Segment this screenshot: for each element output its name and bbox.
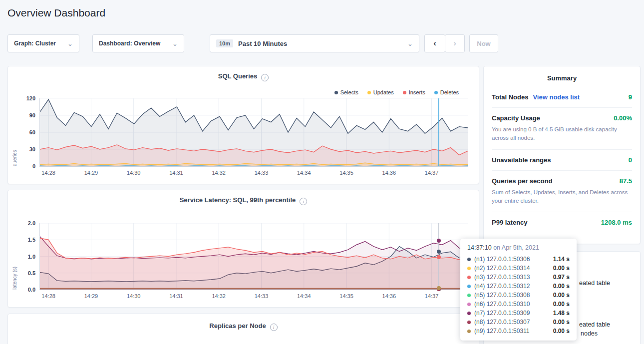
- x-axis-tick: 14:30: [127, 170, 141, 176]
- y-axis-tick: 1.0: [28, 254, 35, 260]
- x-axis-tick: 14:36: [382, 293, 396, 299]
- y-axis-tick: 0: [32, 163, 35, 169]
- summary-row-capacity: Capacity Usage 0.00% You are using 0 B o…: [492, 107, 632, 149]
- sql-queries-plot[interactable]: queries 030609012014:2814:2914:3014:3114…: [39, 98, 468, 167]
- legend-item-updates[interactable]: Updates: [367, 89, 394, 95]
- tooltip-row-label: (n2) 127.0.0.1:50314: [474, 265, 549, 272]
- tooltip-row-label: (n8) 127.0.0.1:50307: [474, 319, 549, 326]
- legend-item-selects[interactable]: Selects: [334, 89, 358, 95]
- dashboard-dropdown[interactable]: Dashboard: Overview ⌄: [92, 34, 184, 52]
- service-latency-chart-panel: Service Latency: SQL, 99th percentilei l…: [7, 190, 479, 308]
- page-title: Overview Dashboard: [7, 7, 105, 19]
- chevron-down-icon: ⌄: [62, 40, 73, 47]
- unavailable-ranges-label: Unavailable ranges: [492, 156, 551, 164]
- x-axis-tick: 14:33: [255, 293, 269, 299]
- view-nodes-list-link[interactable]: View nodes list: [533, 93, 580, 101]
- series-point-dot: [437, 255, 441, 259]
- legend-dot: [334, 91, 338, 94]
- x-axis-tick: 14:35: [339, 170, 353, 176]
- time-prev-button[interactable]: ‹: [424, 34, 445, 52]
- tooltip-row-dot: [467, 276, 471, 279]
- x-axis-tick: 14:29: [84, 293, 98, 299]
- y-axis-tick: 30: [29, 146, 35, 152]
- tooltip-timestamp: 14:37:10 on Apr 5th, 2021: [467, 244, 570, 251]
- tooltip-row: (n4) 127.0.0.1:503120.00 s: [467, 282, 570, 291]
- tooltip-row-dot: [467, 258, 471, 261]
- tooltip-row-value: 0.97 s: [553, 274, 570, 281]
- x-axis-tick: 14:29: [84, 170, 98, 176]
- x-axis-tick: 14:34: [297, 293, 311, 299]
- y-axis-tick: 2.0: [28, 220, 35, 226]
- tooltip-row-label: (n1) 127.0.0.1:50306: [474, 256, 549, 263]
- chart-tooltip: 14:37:10 on Apr 5th, 2021 (n1) 127.0.0.1…: [460, 239, 577, 341]
- y-axis-tick: 1.5: [28, 237, 35, 243]
- total-nodes-label: Total Nodes: [492, 93, 528, 101]
- tooltip-row-value: 1.14 s: [553, 256, 570, 263]
- time-range-label: Past 10 Minutes: [238, 40, 287, 47]
- legend-dot: [403, 91, 406, 94]
- graph-dropdown[interactable]: Graph: Cluster ⌄: [7, 34, 79, 52]
- tooltip-row: (n6) 127.0.0.1:503100.00 s: [467, 300, 570, 309]
- service-latency-plot[interactable]: latency (s) 0.00.51.01.52.014:2814:2914:…: [39, 223, 468, 290]
- tooltip-row-value: 0.00 s: [553, 319, 570, 326]
- dashboard-dropdown-label: Dashboard: Overview: [99, 40, 160, 47]
- time-range-dropdown[interactable]: 10m Past 10 Minutes ⌄: [210, 34, 419, 52]
- graph-dropdown-label: Graph: Cluster: [14, 40, 56, 47]
- info-icon[interactable]: i: [270, 324, 278, 331]
- qps-label: Queries per second: [492, 177, 552, 185]
- unavailable-ranges-value: 0: [629, 156, 632, 164]
- x-axis-tick: 14:37: [425, 293, 439, 299]
- capacity-value: 0.00%: [614, 114, 632, 122]
- x-axis-tick: 14:34: [297, 170, 311, 176]
- info-icon[interactable]: i: [261, 74, 269, 81]
- tooltip-row-value: 0.00 s: [553, 292, 570, 299]
- y-axis-tick: 0.5: [28, 270, 35, 276]
- summary-row-total-nodes: Total Nodes View nodes list 9: [492, 87, 632, 107]
- tooltip-row-value: 1.48 s: [553, 310, 570, 317]
- y-axis-tick: 60: [29, 129, 35, 135]
- total-nodes-value: 9: [629, 93, 632, 101]
- tooltip-date: on Apr 5th, 2021: [492, 244, 539, 251]
- legend-item-deletes[interactable]: Deletes: [434, 89, 459, 95]
- chart-title-text: Service Latency: SQL, 99th percentile: [180, 196, 296, 204]
- tooltip-rows: (n1) 127.0.0.1:503061.14 s(n2) 127.0.0.1…: [467, 255, 570, 336]
- chart-title: Replicas per Nodei: [8, 322, 479, 331]
- summary-row-unavailable-ranges: Unavailable ranges 0: [492, 149, 632, 170]
- tooltip-row-label: (n4) 127.0.0.1:50312: [474, 283, 549, 290]
- capacity-label: Capacity Usage: [492, 114, 540, 122]
- y-axis-tick: 90: [29, 112, 35, 118]
- event-item-fragment: eated table: [579, 280, 610, 287]
- tooltip-row-dot: [467, 303, 471, 306]
- x-axis-tick: 14:28: [41, 293, 55, 299]
- x-axis-tick: 14:31: [169, 293, 183, 299]
- y-axis-title: queries: [12, 98, 17, 166]
- summary-title: Summary: [484, 66, 640, 87]
- legend-item-inserts[interactable]: Inserts: [403, 89, 425, 95]
- series-point-dot: [437, 239, 441, 243]
- tooltip-row-dot: [467, 285, 471, 288]
- now-button[interactable]: Now: [469, 34, 498, 52]
- y-axis-tick: 0.0: [28, 287, 35, 293]
- series-point-dot: [437, 250, 441, 254]
- x-axis-tick: 14:37: [425, 170, 439, 176]
- chart-title: Service Latency: SQL, 99th percentilei: [8, 196, 479, 205]
- tooltip-row-label: (n5) 127.0.0.1:50308: [474, 292, 549, 299]
- chart-title-text: Replicas per Node: [209, 322, 266, 330]
- tooltip-row-dot: [467, 267, 471, 270]
- p99-latency-label: P99 latency: [492, 219, 528, 226]
- summary-row-p99-latency: P99 latency 1208.0 ms: [492, 212, 632, 233]
- legend-dot: [434, 91, 438, 94]
- tooltip-row-label: (n3) 127.0.0.1:50313: [474, 274, 549, 281]
- summary-row-qps: Queries per second 87.5 Sum of Selects, …: [492, 170, 632, 212]
- x-axis-tick: 14:33: [255, 170, 269, 176]
- x-axis-tick: 14:31: [169, 170, 183, 176]
- capacity-description: You are using 0 B of 4.5 GiB usable disk…: [492, 125, 632, 143]
- info-icon[interactable]: i: [300, 198, 307, 205]
- tooltip-time: 14:37:10: [467, 244, 492, 251]
- x-axis-tick: 14:36: [382, 170, 396, 176]
- chart-title-text: SQL Queries: [218, 72, 258, 80]
- event-item-fragment: nodes: [581, 330, 598, 337]
- chevron-down-icon: ⌄: [402, 40, 413, 47]
- tooltip-row-dot: [467, 312, 471, 315]
- time-next-button[interactable]: ›: [445, 34, 465, 52]
